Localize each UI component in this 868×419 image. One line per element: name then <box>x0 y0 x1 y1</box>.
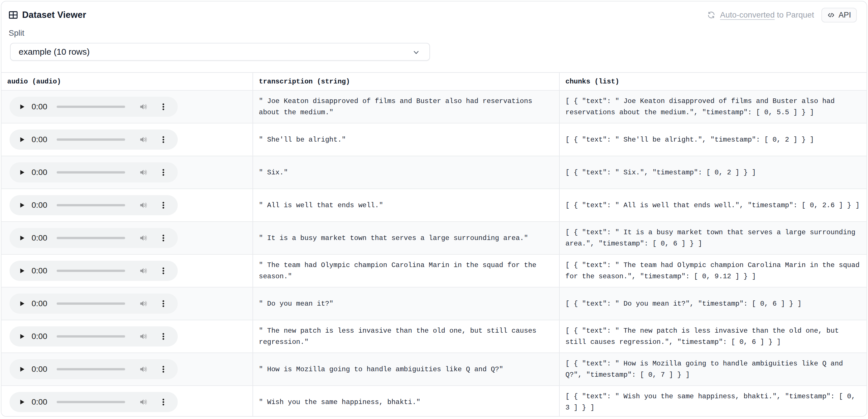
transcription-cell: " She'll be alright." <box>252 123 559 156</box>
audio-progress-bar[interactable] <box>57 335 125 337</box>
chunks-cell: [ { "text": " She'll be alright.", "time… <box>559 123 867 156</box>
play-button[interactable] <box>18 234 26 242</box>
chunks-text: [ { "text": " Do you mean it?", "timesta… <box>565 298 802 309</box>
api-button[interactable]: API <box>822 8 857 23</box>
table-row: 0:00 " All <box>1 188 867 221</box>
table-row: 0:00 " How <box>1 353 867 385</box>
auto-converted-link[interactable]: Auto-converted <box>720 10 775 19</box>
column-header-chunks: chunks (list) <box>559 73 867 90</box>
api-button-label: API <box>838 11 851 20</box>
chunks-text: [ { "text": " The new patch is less inva… <box>565 325 861 348</box>
transcription-text: " Six." <box>259 167 288 178</box>
play-icon <box>18 169 26 176</box>
header-bar: Dataset Viewer Auto-converted to Parquet… <box>1 1 867 22</box>
play-button[interactable] <box>18 398 26 406</box>
column-header-label: transcription (string) <box>259 78 350 86</box>
audio-player[interactable]: 0:00 <box>9 294 178 314</box>
kebab-menu-icon[interactable] <box>159 135 168 144</box>
kebab-menu-icon[interactable] <box>159 365 168 373</box>
split-label: Split <box>9 29 867 38</box>
audio-progress-bar[interactable] <box>57 171 125 174</box>
transcription-cell: " The new patch is less invasive than th… <box>252 320 559 353</box>
audio-progress-bar[interactable] <box>57 270 125 272</box>
table-row: 0:00 " It <box>1 221 867 254</box>
audio-cell: 0:00 <box>1 353 252 385</box>
table-row: 0:00 " Joe <box>1 90 867 123</box>
kebab-menu-icon[interactable] <box>159 398 168 406</box>
audio-progress-bar[interactable] <box>57 106 125 108</box>
chunks-cell: [ { "text": " How is Mozilla going to ha… <box>559 353 867 385</box>
play-button[interactable] <box>18 136 26 143</box>
audio-progress-bar[interactable] <box>57 204 125 206</box>
play-button[interactable] <box>18 103 26 111</box>
audio-time: 0:00 <box>30 233 49 243</box>
chunks-text: [ { "text": " The team had Olympic champ… <box>565 260 861 282</box>
play-button[interactable] <box>18 267 26 274</box>
chunks-text: [ { "text": " Wish you the same happines… <box>565 391 861 413</box>
chunks-cell: [ { "text": " The new patch is less inva… <box>559 320 867 353</box>
audio-progress-bar[interactable] <box>57 368 125 370</box>
table-row: 0:00 " Six <box>1 156 867 188</box>
chunks-cell: [ { "text": " The team had Olympic champ… <box>559 255 867 287</box>
page-title: Dataset Viewer <box>22 10 86 20</box>
audio-player[interactable]: 0:00 <box>9 129 178 150</box>
play-button[interactable] <box>18 169 26 176</box>
refresh-icon <box>707 11 716 19</box>
audio-progress-bar[interactable] <box>57 401 125 403</box>
audio-player[interactable]: 0:00 <box>9 228 178 248</box>
kebab-menu-icon[interactable] <box>159 168 168 177</box>
chunks-cell: [ { "text": " Joe Keaton disapproved of … <box>559 91 867 123</box>
volume-icon[interactable] <box>139 233 148 243</box>
kebab-menu-icon[interactable] <box>159 332 168 341</box>
split-select-value: example (10 rows) <box>19 47 90 57</box>
volume-icon[interactable] <box>139 266 148 275</box>
audio-cell: 0:00 <box>1 156 252 188</box>
volume-icon[interactable] <box>139 135 148 144</box>
audio-player[interactable]: 0:00 <box>9 359 178 379</box>
chunks-text: [ { "text": " It is a busy market town t… <box>565 227 861 249</box>
kebab-menu-icon[interactable] <box>159 267 168 275</box>
transcription-text: " The new patch is less invasive than th… <box>259 325 553 348</box>
audio-progress-bar[interactable] <box>57 139 125 141</box>
kebab-menu-icon[interactable] <box>159 299 168 308</box>
play-icon <box>18 234 26 242</box>
play-button[interactable] <box>18 333 26 340</box>
volume-icon[interactable] <box>139 201 148 210</box>
transcription-cell: " Joe Keaton disapproved of films and Bu… <box>252 91 559 123</box>
split-select[interactable]: example (10 rows) <box>10 43 430 61</box>
table-body: 0:00 " Joe <box>1 90 867 417</box>
audio-cell: 0:00 <box>1 189 252 221</box>
chunks-cell: [ { "text": " All is well that ends well… <box>559 189 867 221</box>
audio-player[interactable]: 0:00 <box>9 162 178 182</box>
table-icon <box>8 10 18 20</box>
audio-progress-bar[interactable] <box>57 302 125 305</box>
transcription-text: " All is well that ends well." <box>259 200 383 211</box>
transcription-cell: " Do you mean it?" <box>252 288 559 320</box>
volume-icon[interactable] <box>139 332 148 341</box>
kebab-menu-icon[interactable] <box>159 102 168 111</box>
play-button[interactable] <box>18 300 26 307</box>
chunks-text: [ { "text": " How is Mozilla going to ha… <box>565 358 861 381</box>
volume-icon[interactable] <box>139 102 148 111</box>
audio-player[interactable]: 0:00 <box>9 326 178 347</box>
audio-cell: 0:00 <box>1 386 252 417</box>
audio-player[interactable]: 0:00 <box>9 195 178 215</box>
audio-player[interactable]: 0:00 <box>9 261 178 281</box>
audio-player[interactable]: 0:00 <box>9 392 178 412</box>
dataset-viewer-card: Dataset Viewer Auto-converted to Parquet… <box>1 1 867 417</box>
transcription-text: " Joe Keaton disapproved of films and Bu… <box>259 95 553 118</box>
audio-player[interactable]: 0:00 <box>9 97 178 117</box>
volume-icon[interactable] <box>139 397 148 407</box>
play-button[interactable] <box>18 365 26 373</box>
audio-progress-bar[interactable] <box>57 237 125 239</box>
audio-time: 0:00 <box>30 397 49 407</box>
volume-icon[interactable] <box>139 299 148 308</box>
chunks-text: [ { "text": " All is well that ends well… <box>565 200 860 211</box>
volume-icon[interactable] <box>139 365 148 374</box>
play-icon <box>18 333 26 340</box>
volume-icon[interactable] <box>139 168 148 177</box>
play-button[interactable] <box>18 202 26 209</box>
kebab-menu-icon[interactable] <box>159 201 168 210</box>
kebab-menu-icon[interactable] <box>159 234 168 242</box>
audio-time: 0:00 <box>30 365 49 374</box>
